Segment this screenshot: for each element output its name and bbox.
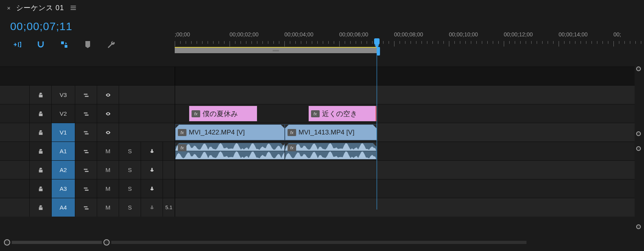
clip-label: 近くの空き	[322, 109, 357, 118]
track-body-a1[interactable]: fxfx	[175, 142, 635, 160]
lock-icon[interactable]	[30, 161, 52, 179]
workarea-end-handle[interactable]	[377, 47, 380, 56]
clip-label: MVI_1413.MP4 [V]	[298, 129, 355, 136]
ruler-labels: ;00;0000;00;02;0000;00;04;0000;00;06;000…	[175, 31, 644, 39]
sequence-title[interactable]: シーケンス 01	[16, 3, 64, 13]
solo-button[interactable]: S	[119, 198, 141, 217]
eye-icon[interactable]	[97, 104, 119, 123]
audio-clip[interactable]: fx	[285, 143, 377, 160]
title-clip[interactable]: fx近くの空き	[308, 106, 377, 122]
linked-selection-icon[interactable]	[60, 40, 69, 49]
track-label-a1[interactable]: A1	[52, 142, 75, 160]
workarea-bar[interactable]	[175, 47, 377, 53]
timeline-tools	[10, 40, 175, 49]
track-a3: A3 M S	[0, 179, 635, 198]
hscroll-thumb[interactable]	[12, 241, 102, 244]
track-body-v3[interactable]	[175, 86, 635, 104]
hscroll-track	[111, 241, 526, 244]
clip-label: MVI_1422.MP4 [V]	[189, 129, 245, 136]
hscroll-handle-right-icon[interactable]	[103, 239, 110, 246]
mute-button[interactable]: M	[97, 179, 119, 198]
track-label-a3[interactable]: A3	[52, 179, 75, 198]
lock-icon[interactable]	[30, 104, 52, 123]
vscroll-handle-icon[interactable]	[636, 146, 641, 151]
sync-lock-icon[interactable]	[75, 161, 97, 179]
lock-icon[interactable]	[30, 179, 52, 198]
sync-lock-icon[interactable]	[75, 142, 97, 160]
sync-lock-icon[interactable]	[75, 179, 97, 198]
ruler-label: 00;00;04;00	[284, 31, 313, 38]
tracks-area: V3 V2 fx僕の夏休みfx近くの空き V1 fxMVI_1422.MP4	[0, 66, 635, 217]
mic-icon[interactable]	[141, 161, 163, 179]
horizontal-scrollbar[interactable]	[4, 239, 526, 246]
snap-icon[interactable]	[36, 40, 45, 49]
track-label-v1[interactable]: V1	[52, 123, 75, 142]
sync-lock-icon[interactable]	[75, 86, 97, 104]
ruler-label: 00;00;10;00	[449, 31, 478, 38]
track-label-v3[interactable]: V3	[52, 86, 75, 104]
channel-tag: 5.1	[163, 204, 175, 210]
track-label-v2[interactable]: V2	[52, 104, 75, 123]
lock-icon[interactable]	[30, 123, 52, 142]
title-clip[interactable]: fx僕の夏休み	[189, 106, 257, 122]
marker-icon[interactable]	[83, 40, 92, 49]
video-clip[interactable]: fxMVI_1413.MP4 [V]	[285, 124, 377, 140]
ruler-label: 00;00;08;00	[394, 31, 423, 38]
track-label-a4[interactable]: A4	[52, 198, 75, 217]
ruler-area[interactable]: ;00;0000;00;02;0000;00;04;0000;00;06;000…	[175, 16, 644, 49]
ruler-label: ;00;00	[175, 31, 190, 38]
fx-badge-icon: fx	[178, 129, 186, 136]
eye-icon[interactable]	[97, 86, 119, 104]
track-v3: V3	[0, 85, 635, 104]
eye-icon[interactable]	[97, 123, 119, 142]
track-body-v1[interactable]: fxMVI_1422.MP4 [V]fxMVI_1413.MP4 [V]	[175, 123, 635, 142]
video-clip[interactable]: fxMVI_1422.MP4 [V]	[175, 124, 285, 140]
current-timecode[interactable]: 00;00;07;11	[10, 20, 175, 33]
vscroll-handle-icon[interactable]	[636, 224, 641, 229]
fx-badge-icon: fx	[311, 110, 320, 117]
fx-badge-icon: fx	[192, 110, 200, 117]
close-tab-icon[interactable]: ×	[7, 5, 11, 11]
mute-button[interactable]: M	[97, 161, 119, 179]
mic-icon[interactable]	[141, 179, 163, 198]
ruler-label: 00;00;06;00	[339, 31, 368, 38]
mic-icon[interactable]	[141, 198, 163, 217]
track-body-a4[interactable]	[175, 198, 635, 217]
mic-icon[interactable]	[141, 142, 163, 160]
sync-lock-icon[interactable]	[75, 104, 97, 123]
track-label-a2[interactable]: A2	[52, 161, 75, 179]
track-body-a3[interactable]	[175, 179, 635, 198]
solo-button[interactable]: S	[119, 142, 141, 160]
fx-badge-icon: fx	[178, 144, 186, 151]
timeline-header: 00;00;07;11 ;00;0000;00;02;0000;00;04;00…	[0, 16, 644, 49]
track-a2: A2 M S	[0, 160, 635, 179]
ruler-label: 00;	[613, 31, 621, 38]
track-body-a2[interactable]	[175, 161, 635, 179]
solo-button[interactable]: S	[119, 179, 141, 198]
track-body-v2[interactable]: fx僕の夏休みfx近くの空き	[175, 104, 635, 123]
lock-icon[interactable]	[30, 86, 52, 104]
mute-button[interactable]: M	[97, 198, 119, 217]
audio-clip[interactable]: fx	[175, 143, 285, 160]
ruler-label: 00;00;02;00	[230, 31, 259, 38]
tab-menu-icon[interactable]	[70, 4, 77, 11]
tab-bar: × シーケンス 01	[0, 0, 644, 16]
ruler-label: 00;00;14;00	[559, 31, 588, 38]
mute-button[interactable]: M	[97, 142, 119, 160]
lock-icon[interactable]	[30, 198, 52, 217]
insert-mode-icon[interactable]	[13, 40, 22, 49]
track-a4: A4 M S 5.1	[0, 198, 635, 217]
lock-icon[interactable]	[30, 142, 52, 160]
vertical-scrollbar[interactable]	[636, 66, 641, 229]
sync-lock-icon[interactable]	[75, 123, 97, 142]
fx-badge-icon: fx	[288, 129, 296, 136]
vscroll-handle-icon[interactable]	[636, 131, 641, 136]
ruler-ticks	[175, 39, 644, 47]
hscroll-handle-left-icon[interactable]	[4, 239, 10, 246]
vscroll-handle-icon[interactable]	[636, 66, 641, 71]
solo-button[interactable]: S	[119, 161, 141, 179]
playhead-marker[interactable]	[374, 38, 380, 45]
clip-label: 僕の夏休み	[203, 109, 238, 118]
wrench-icon[interactable]	[107, 40, 116, 49]
sync-lock-icon[interactable]	[75, 198, 97, 217]
